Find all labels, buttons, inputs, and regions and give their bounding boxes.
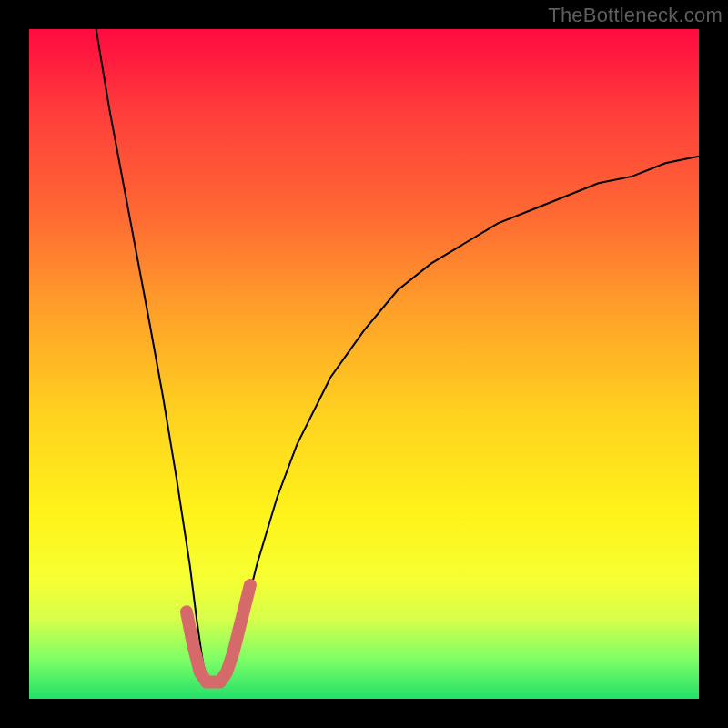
chart-svg [29,29,699,699]
chart-frame: TheBottleneck.com [0,0,728,728]
highlight-line [187,585,250,682]
curve-line [96,29,699,685]
attribution-text: TheBottleneck.com [548,4,723,27]
